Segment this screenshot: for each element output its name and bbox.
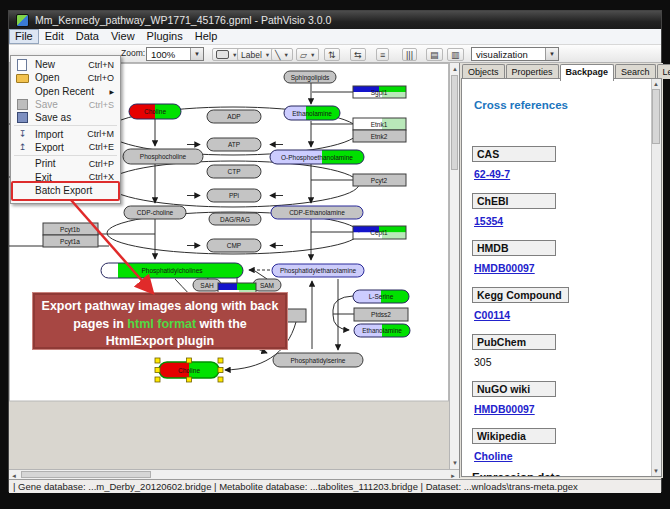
chevron-down-icon: ▼ [265, 52, 270, 58]
menu-item-print[interactable]: Print Ctrl+P [11, 157, 120, 170]
node-phosphatidylethanolamine[interactable]: Phosphatidylethanolamine [272, 264, 364, 277]
scroll-thumb[interactable] [21, 471, 151, 478]
xref-title: Wikipedia [472, 428, 556, 444]
xref-link[interactable]: HMDB00097 [474, 403, 647, 415]
menu-view[interactable]: View [105, 29, 141, 44]
menu-item-save-as[interactable]: Save as [11, 111, 120, 124]
node-l-serine[interactable]: L-Serine [353, 290, 409, 303]
node-phosphatidylserine[interactable]: Phosphatidylserine [273, 353, 363, 367]
align-horizontal-button[interactable]: ⇆ [350, 48, 366, 61]
scroll-thumb[interactable] [652, 89, 660, 144]
node-ptdss2[interactable]: Ptdss2 [354, 308, 408, 321]
svg-text:Sgpl1: Sgpl1 [371, 89, 388, 97]
menu-bar: File Edit Data View Plugins Help [9, 29, 661, 45]
annotation-highlight: html format [127, 317, 196, 331]
panel-scrollbar[interactable]: ▲ ▼ [651, 79, 661, 476]
node-ctp[interactable]: CTP [207, 165, 261, 178]
line-tool-button[interactable]: ╲ ▼ [271, 48, 293, 61]
node-sgpl1[interactable]: Sgpl1 [353, 86, 406, 98]
scroll-up-icon[interactable]: ▲ [653, 80, 659, 88]
xref-title: CAS [472, 146, 556, 162]
node-phosphocholine[interactable]: Phosphocholine [123, 149, 203, 164]
svg-text:Phosphocholine: Phosphocholine [140, 153, 187, 161]
common-width-button[interactable]: ▤ [426, 48, 443, 61]
canvas-vertical-scrollbar[interactable]: ▲ ▼ [449, 63, 459, 469]
xref-link[interactable]: 62-49-7 [474, 168, 647, 180]
node-adp[interactable]: ADP [207, 110, 261, 123]
menu-separator [14, 155, 117, 156]
stack-horizontal-button[interactable]: ||| [402, 48, 417, 61]
xref-link[interactable]: 15354 [474, 215, 647, 227]
menu-plugins[interactable]: Plugins [141, 29, 189, 44]
node-phosphatidylcholines[interactable]: Phosphatidylcholines [101, 263, 243, 278]
stack-vertical-icon: ≡ [380, 50, 385, 60]
menu-data[interactable]: Data [70, 29, 105, 44]
menu-item-open-recent[interactable]: Open Recent ▶ [11, 85, 120, 98]
align-vertical-button[interactable]: ⇅ [324, 48, 340, 61]
svg-text:Pcyt2: Pcyt2 [371, 177, 388, 185]
node-cmp[interactable]: CMP [207, 239, 261, 252]
zoom-combobox[interactable]: 100% ▼ [146, 47, 204, 61]
zoom-dropdown-icon[interactable]: ▼ [190, 48, 203, 60]
node-sam[interactable]: SAM [253, 279, 281, 291]
xref-link[interactable]: HMDB00097 [474, 262, 647, 274]
node-dag[interactable]: DAG/RAG [209, 213, 261, 225]
canvas-horizontal-scrollbar[interactable]: ◄ ► [9, 469, 459, 479]
node-ppi[interactable]: PPi [207, 189, 261, 202]
label-tool-button[interactable]: Label ▼ [237, 48, 274, 61]
scroll-up-icon[interactable]: ▲ [452, 65, 458, 73]
menu-separator [14, 125, 117, 126]
menu-item-export[interactable]: ↥ Export Ctrl+E [11, 141, 120, 154]
shape-tool-button[interactable]: ▱ ▼ [296, 48, 319, 61]
tab-search[interactable]: Search [615, 64, 656, 79]
node-ethanolamine-top[interactable]: Ethanolamine [284, 106, 340, 120]
menu-item-open[interactable]: Open Ctrl+O [11, 71, 120, 84]
stack-vertical-button[interactable]: ≡ [376, 48, 389, 61]
node-choline-selected[interactable]: Choline [155, 358, 223, 382]
node-o-phosphoethanolamine[interactable]: O-Phosphoethanolamine [270, 150, 364, 164]
node-sphingolipids[interactable]: Sphingolipids [284, 71, 336, 83]
node-etnk1[interactable]: Etnk1 [353, 118, 406, 130]
annotation-line2: pages in html format with the [35, 316, 285, 334]
menu-file[interactable]: File [9, 29, 39, 44]
node-cdp-ethanolamine[interactable]: CDP-Ethanolamine [271, 206, 363, 219]
menu-item-new[interactable]: New Ctrl+N [11, 58, 120, 71]
tab-backpage[interactable]: Backpage [560, 64, 615, 81]
node-etnk2[interactable]: Etnk2 [353, 130, 406, 142]
common-height-button[interactable]: ▥ [447, 48, 464, 61]
node-pcyt1b[interactable]: Pcyt1b [43, 223, 98, 235]
new-file-icon [17, 59, 27, 71]
common-width-icon: ▤ [430, 50, 439, 60]
node-atp[interactable]: ATP [207, 138, 261, 151]
node-sah[interactable]: SAH [193, 279, 221, 291]
window-title: Mm_Kennedy_pathway_WP1771_45176.gpml - P… [35, 14, 331, 26]
menu-edit[interactable]: Edit [39, 29, 70, 44]
scroll-thumb[interactable] [451, 75, 458, 170]
node-ethanolamine-bottom[interactable]: Ethanolamine [354, 324, 410, 337]
menu-item-save[interactable]: Save Ctrl+S [11, 98, 120, 111]
tab-objects[interactable]: Objects [462, 64, 505, 79]
node-pcyt2[interactable]: Pcyt2 [353, 174, 406, 186]
node-pcyt1a[interactable]: Pcyt1a [43, 235, 98, 247]
scroll-down-icon[interactable]: ▼ [452, 459, 458, 467]
xref-link[interactable]: Choline [474, 450, 647, 462]
xref-link[interactable]: C00114 [474, 309, 647, 321]
node-choline-top[interactable]: Choline [129, 104, 181, 119]
node-partial-genebox[interactable] [284, 309, 306, 322]
xref-section-chebi: ChEBI 15354 [472, 191, 647, 227]
node-cept1[interactable]: Cept1 [353, 226, 406, 239]
scroll-down-icon[interactable]: ▼ [653, 467, 659, 475]
tab-legend[interactable]: Legend [657, 64, 670, 79]
menu-item-import[interactable]: ↧ Import Ctrl+M [11, 127, 120, 140]
menu-help[interactable]: Help [189, 29, 224, 44]
title-bar[interactable]: Mm_Kennedy_pathway_WP1771_45176.gpml - P… [9, 11, 661, 29]
side-panel: Objects Properties Backpage Search Legen… [459, 63, 663, 478]
tab-properties[interactable]: Properties [506, 64, 559, 79]
svg-text:ATP: ATP [228, 141, 240, 148]
xref-title: Kegg Compound [472, 287, 569, 303]
visualization-dropdown-icon[interactable]: ▼ [545, 48, 558, 60]
node-cdp-choline[interactable]: CDP-choline [124, 206, 186, 219]
svg-text:CTP: CTP [228, 168, 241, 175]
visualization-combobox[interactable]: visualization ▼ [471, 47, 559, 61]
batch-export-highlight-box [11, 181, 120, 201]
